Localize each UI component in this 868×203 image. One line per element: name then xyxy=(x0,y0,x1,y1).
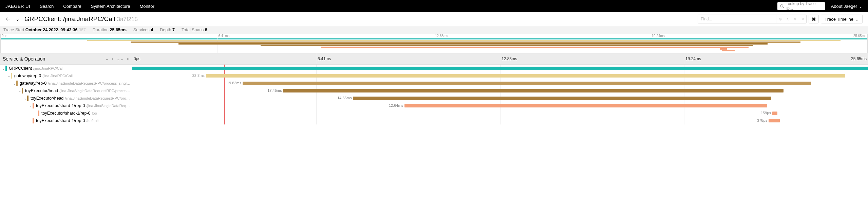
span-service-name: toyExecutor/shard-1/rep-0 xyxy=(36,103,85,108)
span-operation-name: /jina.JinaSingleDataRequestRPC/process_s… xyxy=(59,89,130,93)
span-service-name: gateway/rep-0 xyxy=(20,81,46,86)
span-bar[interactable] xyxy=(769,119,780,122)
span-timeline-row[interactable]: 378μs xyxy=(132,117,868,124)
collapse-caret-icon[interactable]: ⌄ xyxy=(12,82,16,85)
span-tree-row[interactable]: ⌄toyExecutor/head/jina.JinaSingleDataReq… xyxy=(0,87,132,95)
collapse-caret-icon[interactable]: ⌄ xyxy=(23,97,27,100)
timeline-tick-label: 19.24ms xyxy=(684,56,702,61)
find-locate-icon[interactable]: ⊕ xyxy=(776,15,784,23)
service-color-bar xyxy=(27,96,29,101)
summary-total-spans: Total Spans 8 xyxy=(182,28,207,32)
trace-main: Service & Operation ⌄ › ⌄⌄ ›› ⌄GRPCClien… xyxy=(0,53,868,124)
span-bar[interactable] xyxy=(404,104,767,107)
span-timeline-row[interactable]: 14.55ms xyxy=(132,95,868,102)
collapse-all-icon[interactable]: ⌄⌄ xyxy=(117,56,124,61)
title-collapse-caret[interactable]: ⌄ xyxy=(16,16,20,22)
span-operation-name: /jina.JinaSingleDataRequestRP... xyxy=(87,104,130,108)
header-left: ⌄ GRPCClient: /jina.JinaRPC/Call 3a7f215 xyxy=(5,15,138,23)
span-service-name: toyExecutor/shard-1/rep-0 xyxy=(36,118,85,123)
span-bar[interactable] xyxy=(206,74,845,78)
header-right: ⊕ ∧ ∨ ✕ ⌘ Trace Timeline ⌄ xyxy=(698,15,863,23)
back-arrow-icon[interactable] xyxy=(5,16,11,22)
minimap-tick-label: 19.24ms xyxy=(651,34,666,38)
span-service-name: toyExecutor/head xyxy=(25,88,58,93)
span-tree-controls: ⌄ › ⌄⌄ ›› xyxy=(105,56,130,61)
collapse-caret-icon[interactable]: ⌄ xyxy=(18,89,22,93)
span-tree-row[interactable]: ⌄GRPCClient/jina.JinaRPC/Call xyxy=(0,65,132,72)
about-label: About Jaeger xyxy=(831,4,857,9)
span-timeline-row[interactable]: 19.83ms xyxy=(132,80,868,87)
trace-header: ⌄ GRPCClient: /jina.JinaRPC/Call 3a7f215… xyxy=(0,12,868,26)
span-timeline-row[interactable] xyxy=(132,65,868,72)
nav-search[interactable]: Search xyxy=(40,4,54,9)
find-clear-icon[interactable]: ✕ xyxy=(799,15,806,23)
timeline-tick-label: 12.83ms xyxy=(500,56,518,61)
minimap-span-bar xyxy=(321,47,749,48)
trace-summary: Trace Start October 24 2022, 09:43:36.36… xyxy=(0,26,868,34)
span-bar[interactable] xyxy=(772,112,777,115)
chevron-down-icon: ⌄ xyxy=(855,17,859,22)
minimap-tick-label: 12.83ms xyxy=(434,34,449,38)
span-service-name: gateway/rep-0 xyxy=(14,73,41,78)
view-label: Trace Timeline xyxy=(825,17,853,22)
span-tree-row[interactable]: toyExecutor/shard-1/rep-0foo xyxy=(0,109,132,117)
span-duration-label: 14.55ms xyxy=(337,96,352,100)
expand-one-icon[interactable]: › xyxy=(112,56,113,61)
nav-monitor[interactable]: Monitor xyxy=(139,4,154,9)
top-nav-right: Lookup by Trace ID... About Jaeger ⌄ xyxy=(777,2,863,10)
timeline-tick-label: 25.65ms xyxy=(850,56,868,61)
span-operation-name: /jina.JinaSingleDataRequestRPC/process_s… xyxy=(48,81,130,85)
find-next-icon[interactable]: ∨ xyxy=(791,15,799,23)
svg-point-0 xyxy=(780,5,783,7)
span-tree-header: Service & Operation ⌄ › ⌄⌄ ›› xyxy=(0,53,132,65)
span-timeline-row[interactable]: 22.3ms xyxy=(132,72,868,80)
nav-architecture[interactable]: System Architecture xyxy=(91,4,130,9)
span-tree-row[interactable]: ⌄gateway/rep-0/jina.JinaSingleDataReques… xyxy=(0,80,132,87)
about-menu[interactable]: About Jaeger ⌄ xyxy=(831,4,863,9)
span-bar[interactable] xyxy=(353,97,771,100)
find-prev-icon[interactable]: ∧ xyxy=(784,15,791,23)
timeline-tick-label: 6.41ms xyxy=(316,56,332,61)
find-buttons: ⊕ ∧ ∨ ✕ xyxy=(776,15,806,23)
service-color-bar xyxy=(33,118,34,123)
lookup-trace-input[interactable]: Lookup by Trace ID... xyxy=(777,2,825,10)
span-tree-row[interactable]: ⌄gateway/rep-0/jina.JinaRPC/Call xyxy=(0,72,132,80)
minimap-span-bar xyxy=(131,41,800,43)
trace-id: 3a7f215 xyxy=(117,16,137,22)
minimap-span-bar xyxy=(720,48,727,50)
find-input[interactable] xyxy=(698,17,776,21)
service-color-bar xyxy=(11,73,12,79)
collapse-one-icon[interactable]: ⌄ xyxy=(105,56,109,61)
span-tree-row[interactable]: ⌄toyExecutor/head/jina.JinaSingleDataReq… xyxy=(0,95,132,102)
minimap-body xyxy=(1,38,867,53)
nav-compare[interactable]: Compare xyxy=(63,4,81,9)
span-timeline-row[interactable]: 17.45ms xyxy=(132,87,868,95)
timeline-tick-label: 0μs xyxy=(132,56,142,61)
span-bar[interactable] xyxy=(243,82,811,85)
collapse-caret-icon[interactable]: ⌄ xyxy=(29,104,33,108)
trace-minimap[interactable]: 0μs6.41ms12.83ms19.24ms25.65ms xyxy=(0,34,868,53)
span-bar[interactable] xyxy=(132,67,868,70)
summary-depth: Depth 7 xyxy=(160,28,175,32)
span-operation-name: /jina.JinaRPC/Call xyxy=(33,66,63,70)
summary-services: Services 4 xyxy=(133,28,153,32)
service-color-bar xyxy=(5,66,7,71)
span-timeline-row[interactable]: 12.64ms xyxy=(132,102,868,109)
span-tree-title: Service & Operation xyxy=(3,56,45,62)
chevron-down-icon: ⌄ xyxy=(859,4,863,9)
minimap-tick-row: 0μs6.41ms12.83ms19.24ms25.65ms xyxy=(1,34,867,38)
summary-trace-start: Trace Start October 24 2022, 09:43:36.36… xyxy=(3,28,86,32)
span-tree-row[interactable]: toyExecutor/shard-1/rep-0/default xyxy=(0,117,132,124)
collapse-caret-icon[interactable]: ⌄ xyxy=(7,74,11,78)
keyboard-shortcuts-button[interactable]: ⌘ xyxy=(809,15,819,23)
expand-all-icon[interactable]: ›› xyxy=(127,56,130,61)
span-tree-row[interactable]: ⌄toyExecutor/shard-1/rep-0/jina.JinaSing… xyxy=(0,102,132,109)
span-timeline-row[interactable]: 159μs xyxy=(132,109,868,117)
collapse-caret-icon[interactable]: ⌄ xyxy=(1,67,5,70)
span-bar[interactable] xyxy=(283,89,783,92)
minimap-span-bar xyxy=(178,43,768,45)
top-nav: JAEGER UI Search Compare System Architec… xyxy=(0,0,868,12)
trace-operation: /jina.JinaRPC/Call xyxy=(63,15,115,22)
view-selector-button[interactable]: Trace Timeline ⌄ xyxy=(821,15,863,23)
search-icon xyxy=(780,4,784,8)
